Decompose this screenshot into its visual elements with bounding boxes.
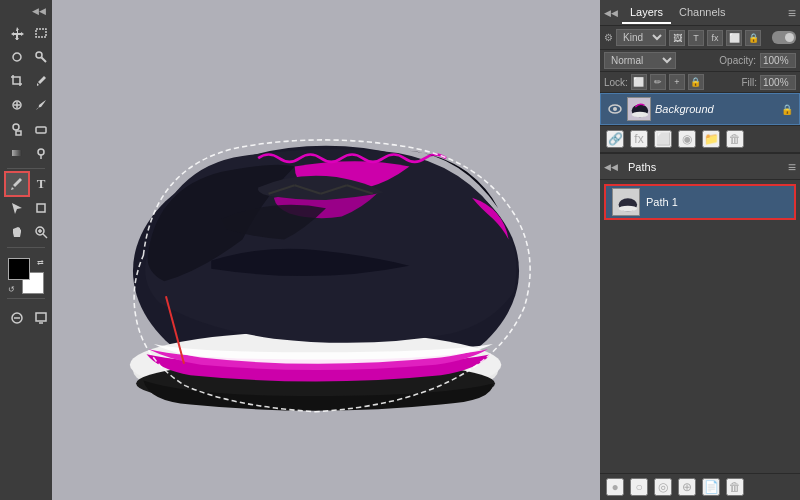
brush-tool[interactable] [30, 94, 52, 116]
paths-bottom-bar: ● ○ ◎ ⊕ 📄 🗑 [600, 473, 800, 500]
quick-mask-mode[interactable] [6, 307, 28, 329]
hand-tool[interactable] [6, 221, 28, 243]
filter-fx-icon[interactable]: fx [707, 30, 723, 46]
path-item-1[interactable]: Path 1 [604, 184, 796, 220]
delete-path-btn[interactable]: 🗑 [726, 478, 744, 496]
toolbar-collapse-btn[interactable]: ◀◀ [32, 6, 46, 16]
svg-line-15 [43, 234, 47, 238]
clone-stamp-tool[interactable] [6, 118, 28, 140]
svg-point-2 [36, 52, 42, 58]
stroke-path-btn[interactable]: ○ [630, 478, 648, 496]
filter-toggle[interactable] [772, 31, 796, 44]
selection-to-path-btn[interactable]: ⊕ [678, 478, 696, 496]
reset-colors-icon[interactable]: ↺ [8, 285, 15, 294]
canvas-area [52, 0, 600, 500]
layers-panel-menu-icon[interactable]: ≡ [788, 5, 796, 21]
opacity-input[interactable] [760, 53, 796, 68]
svg-rect-13 [37, 204, 45, 212]
lock-label: Lock: [604, 77, 628, 88]
tab-channels[interactable]: Channels [671, 2, 733, 24]
crop-tool[interactable] [6, 70, 28, 92]
layer-lock-icon: 🔒 [781, 104, 793, 115]
gradient-tool[interactable] [6, 142, 28, 164]
tool-divider-2 [7, 247, 45, 248]
layer-visibility-toggle[interactable] [607, 101, 623, 117]
move-tool[interactable] [6, 22, 28, 44]
swap-colors-icon[interactable]: ⇄ [37, 258, 44, 267]
svg-point-37 [619, 206, 638, 212]
canvas-content [86, 40, 566, 460]
filter-kind-select[interactable]: Kind [616, 29, 666, 46]
type-tool[interactable]: T [30, 173, 52, 195]
filter-pixel-icon[interactable]: 🖼 [669, 30, 685, 46]
path-to-selection-btn[interactable]: ◎ [654, 478, 672, 496]
path-thumbnail [612, 188, 640, 216]
fill-label: Fill: [741, 77, 757, 88]
svg-point-34 [632, 112, 649, 118]
svg-point-31 [613, 107, 617, 111]
path-select-tool[interactable] [6, 197, 28, 219]
new-adjustment-btn[interactable]: ◉ [678, 130, 696, 148]
fill-path-btn[interactable]: ● [606, 478, 624, 496]
layers-filter-row: ⚙ Kind 🖼 T fx ⬜ 🔒 [600, 26, 800, 50]
blend-mode-select[interactable]: Normal [604, 52, 676, 69]
lock-transparency-btn[interactable]: ⬜ [631, 74, 647, 90]
toolbar: ◀◀ [0, 0, 52, 500]
heal-tool[interactable] [6, 94, 28, 116]
quick-select-tool[interactable] [30, 46, 52, 68]
filter-smart-icon[interactable]: 🔒 [745, 30, 761, 46]
marquee-rect-tool[interactable] [30, 22, 52, 44]
svg-rect-9 [36, 127, 46, 133]
toolbar-header: ◀◀ [2, 4, 50, 18]
screen-mode[interactable] [30, 307, 52, 329]
svg-point-11 [38, 149, 44, 155]
dodge-tool[interactable] [30, 142, 52, 164]
pen-tool[interactable] [6, 173, 28, 195]
layers-bottom-bar: 🔗 fx ⬜ ◉ 📁 🗑 [600, 125, 800, 152]
layers-panel-collapse[interactable]: ◀◀ [604, 8, 618, 18]
paths-panel-header: ◀◀ Paths ≡ [600, 154, 800, 180]
svg-rect-20 [36, 313, 46, 321]
svg-rect-0 [36, 29, 46, 37]
add-mask-btn[interactable]: ⬜ [654, 130, 672, 148]
paths-panel: ◀◀ Paths ≡ Path 1 ● ○ ◎ ⊕ 📄 🗑 [600, 152, 800, 500]
filter-icons: 🖼 T fx ⬜ 🔒 [669, 30, 761, 46]
add-layer-style-btn[interactable]: fx [630, 130, 648, 148]
new-path-btn[interactable]: 📄 [702, 478, 720, 496]
delete-layer-btn[interactable]: 🗑 [726, 130, 744, 148]
layer-background[interactable]: Background 🔒 [600, 93, 800, 125]
tool-divider-3 [7, 298, 45, 299]
filter-shape-icon[interactable]: ⬜ [726, 30, 742, 46]
opacity-label: Opacity: [719, 55, 756, 66]
svg-point-1 [13, 53, 21, 61]
lock-position-btn[interactable]: + [669, 74, 685, 90]
paths-panel-menu-icon[interactable]: ≡ [788, 159, 796, 175]
blend-mode-row: Normal Opacity: [600, 50, 800, 72]
paths-panel-collapse[interactable]: ◀◀ [604, 162, 618, 172]
lock-all-btn[interactable]: 🔒 [688, 74, 704, 90]
lock-image-btn[interactable]: ✏ [650, 74, 666, 90]
svg-point-7 [13, 124, 19, 130]
foreground-color-swatch[interactable] [8, 258, 30, 280]
fill-input[interactable] [760, 75, 796, 90]
layer-background-name: Background [655, 103, 777, 115]
svg-rect-10 [12, 150, 22, 156]
layer-thumbnail [627, 97, 651, 121]
svg-line-3 [42, 58, 47, 63]
eyedropper-tool[interactable] [30, 70, 52, 92]
lock-row: Lock: ⬜ ✏ + 🔒 Fill: [600, 72, 800, 93]
layers-panel-header: ◀◀ Layers Channels ≡ [600, 0, 800, 26]
filter-type-icon[interactable]: T [688, 30, 704, 46]
filter-kind-label: ⚙ [604, 32, 613, 43]
shape-tool[interactable] [30, 197, 52, 219]
lasso-tool[interactable] [6, 46, 28, 68]
eraser-tool[interactable] [30, 118, 52, 140]
path-1-name: Path 1 [646, 196, 678, 208]
panels: ◀◀ Layers Channels ≡ ⚙ Kind 🖼 T fx ⬜ 🔒 N… [600, 0, 800, 500]
link-layers-btn[interactable]: 🔗 [606, 130, 624, 148]
shoe-image [86, 40, 566, 460]
new-group-btn[interactable]: 📁 [702, 130, 720, 148]
tab-layers[interactable]: Layers [622, 2, 671, 24]
paths-panel-title: Paths [622, 157, 662, 177]
zoom-tool[interactable] [30, 221, 52, 243]
